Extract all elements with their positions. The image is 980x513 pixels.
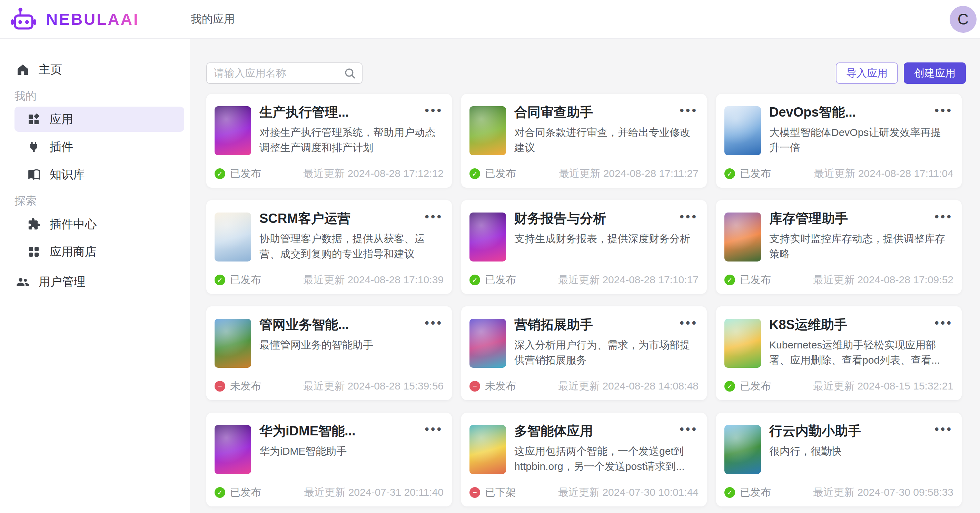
card-footer: −已下架 最近更新 2024-07-30 10:01:44 xyxy=(469,485,698,500)
more-menu-button[interactable]: ••• xyxy=(934,317,953,329)
app-card[interactable]: SCRM客户运营 协助管理客户数据，提供从获客、运营、成交到复购的专业指导和建议… xyxy=(206,200,452,294)
updated-timestamp: 最近更新 2024-08-28 17:11:04 xyxy=(814,167,953,181)
card-footer: ✓已发布 最近更新 2024-08-28 17:11:27 xyxy=(469,167,698,181)
card-footer: ✓已发布 最近更新 2024-08-15 15:32:21 xyxy=(724,379,953,393)
app-title: 财务报告与分析 xyxy=(514,210,671,227)
status-label: 已发布 xyxy=(230,485,261,500)
import-app-button[interactable]: 导入应用 xyxy=(836,62,898,84)
updated-timestamp: 最近更新 2024-07-30 09:58:33 xyxy=(813,485,953,500)
app-title: 营销拓展助手 xyxy=(514,316,671,333)
updated-timestamp: 最近更新 2024-08-28 17:10:17 xyxy=(558,273,698,287)
sidebar-item-label: 主页 xyxy=(39,62,62,78)
sidebar-section-explore: 探索 xyxy=(0,193,190,209)
app-thumbnail xyxy=(724,212,761,261)
more-menu-button[interactable]: ••• xyxy=(679,210,698,223)
app-card[interactable]: 多智能体应用 这应用包括两个智能，一个发送get到httpbin.org，另一个… xyxy=(461,413,707,507)
sidebar: 主页 我的 应用 插件 知识库 探索 xyxy=(0,39,190,513)
main-content: 导入应用 创建应用 生产执行管理... 对接生产执行管理系统，帮助用户动态调整生… xyxy=(190,39,980,513)
app-title: 行云内勤小助手 xyxy=(769,422,926,440)
more-menu-button[interactable]: ••• xyxy=(679,423,698,435)
sidebar-item-label: 插件中心 xyxy=(50,216,97,232)
page-title: 我的应用 xyxy=(191,0,235,39)
status-label: 已发布 xyxy=(230,167,261,181)
status-label: 已发布 xyxy=(740,273,771,287)
app-card[interactable]: 行云内勤小助手 很内行，很勤快 ••• ✓已发布 最近更新 2024-07-30… xyxy=(716,413,962,507)
status-label: 已发布 xyxy=(485,167,516,181)
brand-logo[interactable]: NEBULAAI xyxy=(10,0,139,39)
updated-timestamp: 最近更新 2024-08-28 17:10:39 xyxy=(303,273,444,287)
app-title: 多智能体应用 xyxy=(514,422,671,440)
app-thumbnail xyxy=(215,425,251,474)
more-menu-button[interactable]: ••• xyxy=(425,423,443,435)
status-icon: ✓ xyxy=(724,487,735,498)
sidebar-item-plugins[interactable]: 插件 xyxy=(14,134,184,159)
app-card-grid: 生产执行管理... 对接生产执行管理系统，帮助用户动态调整生产调度和排产计划 •… xyxy=(206,94,966,507)
brand-name: NEBULAAI xyxy=(46,10,139,29)
app-description: 支持生成财务报表，提供深度财务分析 xyxy=(514,231,692,246)
sidebar-item-apps[interactable]: 应用 xyxy=(14,107,184,132)
sidebar-item-knowledge[interactable]: 知识库 xyxy=(14,162,184,187)
updated-timestamp: 最近更新 2024-08-28 14:08:48 xyxy=(558,379,698,393)
status-label: 已发布 xyxy=(740,167,771,181)
app-card[interactable]: 营销拓展助手 深入分析用户行为、需求，为市场部提供营销拓展服务 ••• −未发布… xyxy=(461,306,707,400)
search-input[interactable] xyxy=(214,67,343,79)
sidebar-item-label: 知识库 xyxy=(50,167,85,183)
app-thumbnail xyxy=(724,425,761,474)
more-menu-button[interactable]: ••• xyxy=(934,210,953,223)
user-avatar[interactable]: C xyxy=(950,6,977,33)
more-menu-button[interactable]: ••• xyxy=(934,423,953,435)
app-card[interactable]: 库存管理助手 支持实时监控库存动态，提供调整库存策略 ••• ✓已发布 最近更新… xyxy=(716,200,962,294)
app-thumbnail xyxy=(469,425,506,474)
more-menu-button[interactable]: ••• xyxy=(679,317,698,329)
app-thumbnail xyxy=(469,106,506,155)
app-card[interactable]: 华为iDME智能... 华为iDME智能助手 ••• ✓已发布 最近更新 202… xyxy=(206,413,452,507)
status-label: 未发布 xyxy=(230,379,261,393)
status-label: 未发布 xyxy=(485,379,516,393)
status-icon: ✓ xyxy=(215,275,225,285)
sidebar-item-home[interactable]: 主页 xyxy=(0,57,190,82)
more-menu-button[interactable]: ••• xyxy=(425,210,443,223)
app-description: 对合同条款进行审查，并给出专业修改建议 xyxy=(514,125,692,155)
sidebar-item-plugin-center[interactable]: 插件中心 xyxy=(14,212,184,237)
app-description: 华为iDME智能助手 xyxy=(259,444,438,459)
app-card[interactable]: K8S运维助手 Kubernetes运维助手轻松实现应用部署、应用删除、查看po… xyxy=(716,306,962,400)
status-icon: ✓ xyxy=(724,168,735,179)
app-description: 大模型智能体DevOps让研发效率再提升一倍 xyxy=(769,125,947,155)
create-app-button[interactable]: 创建应用 xyxy=(904,62,966,84)
updated-timestamp: 最近更新 2024-07-30 10:01:44 xyxy=(558,485,698,500)
app-store-grid-icon xyxy=(27,245,41,259)
app-card[interactable]: 生产执行管理... 对接生产执行管理系统，帮助用户动态调整生产调度和排产计划 •… xyxy=(206,94,452,188)
app-description: 对接生产执行管理系统，帮助用户动态调整生产调度和排产计划 xyxy=(259,125,438,155)
app-description: 最懂管网业务的智能助手 xyxy=(259,338,438,352)
status-icon: − xyxy=(215,381,225,392)
updated-timestamp: 最近更新 2024-08-28 17:12:12 xyxy=(303,167,444,181)
app-title: 合同审查助手 xyxy=(514,104,671,121)
card-footer: ✓已发布 最近更新 2024-07-31 20:11:40 xyxy=(215,485,444,500)
sidebar-item-user-management[interactable]: 用户管理 xyxy=(0,269,190,294)
toolbar: 导入应用 创建应用 xyxy=(206,62,966,84)
app-thumbnail xyxy=(724,106,761,155)
apps-icon xyxy=(27,113,41,126)
card-footer: ✓已发布 最近更新 2024-08-28 17:10:17 xyxy=(469,273,698,287)
updated-timestamp: 最近更新 2024-08-28 17:11:27 xyxy=(559,167,698,181)
more-menu-button[interactable]: ••• xyxy=(679,104,698,116)
sidebar-item-app-store[interactable]: 应用商店 xyxy=(14,239,184,264)
more-menu-button[interactable]: ••• xyxy=(425,317,443,329)
app-description: Kubernetes运维助手轻松实现应用部署、应用删除、查看pod列表、查看..… xyxy=(769,338,947,368)
more-menu-button[interactable]: ••• xyxy=(425,104,443,116)
card-footer: −未发布 最近更新 2024-08-28 14:08:48 xyxy=(469,379,698,393)
status-icon: ✓ xyxy=(469,275,480,285)
app-card[interactable]: 管网业务智能... 最懂管网业务的智能助手 ••• −未发布 最近更新 2024… xyxy=(206,306,452,400)
search-icon[interactable] xyxy=(343,67,356,80)
search-box[interactable] xyxy=(206,62,363,84)
status-label: 已发布 xyxy=(740,485,771,500)
app-card[interactable]: DevOps智能... 大模型智能体DevOps让研发效率再提升一倍 ••• ✓… xyxy=(716,94,962,188)
app-card[interactable]: 合同审查助手 对合同条款进行审查，并给出专业修改建议 ••• ✓已发布 最近更新… xyxy=(461,94,707,188)
top-navbar: NEBULAAI 我的应用 C xyxy=(0,0,980,39)
more-menu-button[interactable]: ••• xyxy=(934,104,953,116)
status-label: 已下架 xyxy=(485,485,516,500)
app-card[interactable]: 财务报告与分析 支持生成财务报表，提供深度财务分析 ••• ✓已发布 最近更新 … xyxy=(461,200,707,294)
sidebar-item-label: 应用商店 xyxy=(50,244,97,260)
app-description: 协助管理客户数据，提供从获客、运营、成交到复购的专业指导和建议 xyxy=(259,231,438,261)
app-title: 库存管理助手 xyxy=(769,210,926,227)
